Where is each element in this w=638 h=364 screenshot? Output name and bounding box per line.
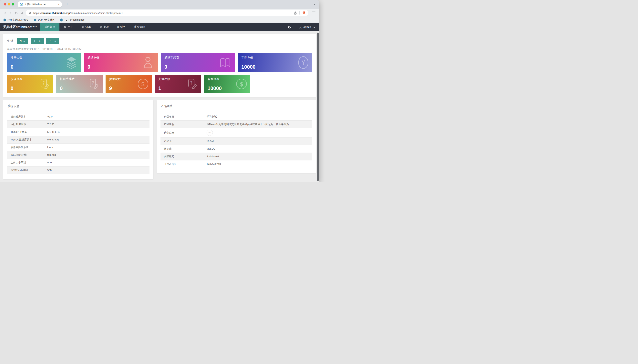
bookmark-favicon: Tm: [33, 18, 37, 22]
forward-button[interactable]: [8, 10, 13, 16]
tab-list-chevron-icon[interactable]: [313, 3, 316, 6]
table-row: 服务器操作系统 Linux: [7, 144, 150, 151]
stat-range-buttons: 今 天上一天下一天: [17, 38, 59, 44]
stats-section-label: 统计: [7, 39, 14, 43]
nav-item-4[interactable]: 商品: [95, 23, 113, 32]
nav-item-label: 用户: [68, 25, 73, 29]
table-row: 内部版号 timibbs.net: [160, 153, 312, 160]
new-tab-button[interactable]: +: [66, 2, 68, 6]
stat-card-value: 0: [88, 64, 90, 70]
nav-item-5[interactable]: ¥ 财务: [113, 23, 130, 32]
site-settings-icon[interactable]: [28, 12, 32, 14]
order-icon: [82, 26, 84, 28]
stat-card-value: 9: [109, 85, 112, 92]
user-icon: [64, 26, 66, 28]
stat-card: 抢单次数 9 $: [106, 75, 152, 93]
book-icon: [219, 56, 232, 69]
page-content: 统计 今 天上一天下一天 当前查询时间为:2024-03-15 00:00:00…: [0, 32, 319, 182]
browser-tab[interactable]: M 天美社区timibbs.net ×: [18, 1, 62, 8]
table-row: POST大小限制 50M: [7, 166, 150, 174]
row-value: 5.1.41 LTS: [47, 130, 150, 134]
row-label: 内部版号: [160, 155, 206, 158]
stat-card: 提现金额 0 ?: [7, 75, 53, 93]
table-row: 请勿点击 404: [160, 128, 312, 138]
app-brand[interactable]: 天美社区timibbs.netV1.0: [0, 23, 40, 32]
stat-card-value: 0: [10, 64, 13, 70]
row-label: 产品说明: [160, 122, 206, 126]
menu-icon[interactable]: [312, 12, 316, 14]
tab-close-icon[interactable]: ×: [58, 3, 60, 6]
bookmark-favicon-text: Tm: [4, 19, 6, 20]
row-label: 运行PHP版本: [7, 122, 47, 126]
bookmark-icon[interactable]: [19, 10, 24, 16]
stat-card-value: 10000: [208, 85, 222, 92]
titlebar: M 天美社区timibbs.net × +: [0, 0, 319, 9]
zoom-window-button[interactable]: [12, 3, 14, 6]
row-value: 50M: [47, 161, 150, 164]
layers-icon: [65, 56, 78, 69]
table-row: ThinkPHP版本 5.1.41 LTS: [7, 128, 150, 136]
row-label: 上传大小限制: [7, 161, 47, 164]
table-row: 产品大小 50.5M: [160, 138, 312, 145]
bookmark-favicon: Tm: [60, 18, 63, 22]
badge-404[interactable]: 404: [206, 130, 213, 136]
svg-text:?: ?: [92, 80, 94, 86]
refresh-icon[interactable]: [284, 23, 295, 32]
product-team-title: 产品团队: [161, 104, 312, 108]
close-window-button[interactable]: [4, 3, 6, 6]
share-icon[interactable]: [294, 12, 297, 15]
row-value: 404: [206, 128, 312, 137]
bookmark-label: 程序搭建/开发/修复: [8, 18, 28, 22]
table-row: 产品名称 学习测试: [160, 113, 312, 120]
nav-item-3[interactable]: 订单: [77, 23, 95, 32]
bookmark-favicon-text: Tm: [60, 19, 62, 20]
stat-range-button[interactable]: 下一天: [46, 38, 59, 44]
nav-item-2[interactable]: 用户: [60, 23, 77, 32]
nav-menu: 后台首页 用户 订单 商品 ¥ 财务 系统管理: [40, 23, 149, 32]
table-row: WEB运行环境 fpm-fcgi: [7, 151, 150, 159]
nav-item-6[interactable]: 系统管理: [130, 23, 149, 32]
row-value: MySQL: [206, 147, 312, 150]
system-info-table: 当前程序版本 V1.0 运行PHP版本 7.2.33 ThinkPHP版本 5.…: [7, 113, 150, 174]
minimize-window-button[interactable]: [8, 3, 10, 6]
row-value: 学习测试: [206, 115, 312, 118]
bookmark-item[interactable]: Tm 程序搭建/开发/修复: [4, 18, 28, 22]
stat-card-value: 1: [158, 85, 161, 92]
dollar-icon: $: [236, 79, 247, 89]
bookmark-favicon-text: Tm: [34, 19, 36, 20]
row-value: V1.0: [47, 115, 150, 118]
bookmark-item[interactable]: Tm 认准->天美社区: [34, 18, 55, 22]
row-label: WEB运行环境: [7, 153, 47, 157]
row-label: POST大小限制: [7, 168, 47, 172]
stat-card-value: 0: [164, 64, 167, 70]
user-menu[interactable]: admin: [295, 23, 319, 32]
nav-item-1[interactable]: 后台首页: [40, 23, 60, 32]
bookmark-item[interactable]: Tm TG：@tianmeibbs: [60, 18, 84, 22]
reload-button[interactable]: [13, 10, 19, 16]
row-value: fpm-fcgi: [47, 153, 150, 157]
scrollbar-thumb[interactable]: [317, 32, 318, 181]
yen-icon: ¥: [298, 56, 308, 69]
nav-item-label: 订单: [86, 25, 91, 29]
query-time-text: 当前查询时间为:2024-03-15 00:00:00 --- 2024-03-…: [7, 48, 312, 51]
row-value: 5.6.50-log: [47, 138, 150, 142]
url-text: https://shuadan104.timibbs.vip/admin.htm…: [33, 12, 294, 14]
stat-range-button[interactable]: 上一天: [30, 38, 44, 44]
back-button[interactable]: [2, 10, 8, 16]
system-info-panel: 系统信息 当前程序版本 V1.0 运行PHP版本 7.2.33 ThinkPHP…: [3, 100, 154, 179]
bookmark-label: 认准->天美社区: [38, 18, 55, 22]
stat-card: 注册人数 0: [7, 53, 81, 72]
app-navbar: 天美社区timibbs.netV1.0 后台首页 用户 订单 商品 ¥ 财务 系…: [0, 23, 319, 32]
browser-toolbar: https://shuadan104.timibbs.vip/admin.htm…: [0, 9, 319, 17]
nav-item-label: 商品: [104, 25, 109, 29]
edit-doc-icon: ?: [186, 78, 198, 90]
brave-shield-icon[interactable]: [302, 11, 306, 15]
stat-range-button[interactable]: 今 天: [17, 38, 28, 44]
url-bar[interactable]: https://shuadan104.timibbs.vip/admin.htm…: [26, 10, 308, 16]
row-label: MySQL数据库版本: [7, 138, 47, 142]
browser-window: M 天美社区timibbs.net × +: [0, 0, 319, 182]
row-label: 请勿点击: [160, 131, 206, 134]
bookmarks-bar: Tm 程序搭建/开发/修复 Tm 认准->天美社区 Tm TG：@tianmei…: [0, 17, 319, 23]
chevron-up-icon: [312, 26, 315, 28]
bookmark-favicon: Tm: [3, 18, 6, 22]
